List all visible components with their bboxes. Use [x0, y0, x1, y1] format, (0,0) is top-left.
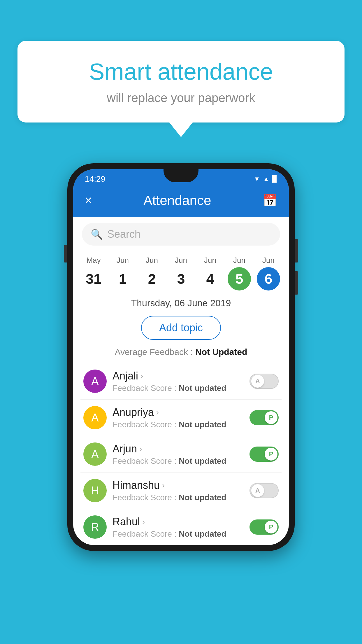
- cal-month-label: May: [86, 256, 101, 265]
- cal-date-number: 5: [228, 267, 251, 290]
- date-info: Thursday, 06 June 2019: [73, 290, 289, 312]
- student-item: HHimanshu ›Feedback Score : Not updatedA: [80, 472, 282, 509]
- toggle-knob: P: [265, 448, 277, 461]
- battery-icon: ▉: [272, 175, 277, 183]
- search-bar[interactable]: 🔍 Search: [82, 223, 280, 246]
- toggle-knob: P: [265, 521, 277, 533]
- student-name[interactable]: Rahul ›: [113, 516, 244, 528]
- student-item: AArjun ›Feedback Score : Not updatedP: [80, 436, 282, 472]
- student-feedback-score: Feedback Score : Not updated: [113, 493, 244, 502]
- search-input[interactable]: Search: [107, 228, 271, 240]
- attendance-toggle[interactable]: P: [249, 410, 279, 425]
- calendar-icon[interactable]: 📅: [263, 194, 277, 207]
- close-button[interactable]: ×: [85, 193, 92, 207]
- student-name[interactable]: Himanshu ›: [113, 479, 244, 491]
- cal-date-number: 1: [111, 267, 134, 290]
- chevron-right-icon: ›: [162, 481, 165, 490]
- phone-outer: 14:29 ▼ ▲ ▉ × Attendance 📅 🔍 Search Ma: [67, 163, 295, 551]
- search-icon: 🔍: [91, 228, 103, 240]
- cal-date-number: 2: [140, 267, 164, 290]
- student-feedback-score: Feedback Score : Not updated: [113, 529, 244, 539]
- calendar-day-2[interactable]: Jun2: [140, 256, 164, 290]
- add-topic-container: Add topic: [73, 312, 289, 344]
- chevron-right-icon: ›: [139, 444, 142, 454]
- cal-date-number: 4: [198, 267, 222, 290]
- cal-date-number: 6: [257, 267, 280, 290]
- speech-bubble-arrow: [169, 123, 193, 137]
- toggle-knob: P: [265, 411, 277, 424]
- wifi-icon: ▼: [254, 175, 260, 183]
- student-info: Himanshu ›Feedback Score : Not updated: [113, 479, 244, 502]
- phone-mockup: 14:29 ▼ ▲ ▉ × Attendance 📅 🔍 Search Ma: [67, 163, 295, 551]
- attendance-toggle[interactable]: P: [249, 519, 279, 535]
- student-avatar: H: [83, 479, 107, 502]
- volume-down-button: [295, 271, 298, 295]
- cal-month-label: Jun: [175, 256, 187, 265]
- chevron-right-icon: ›: [140, 371, 143, 381]
- app-header: × Attendance 📅: [73, 187, 289, 217]
- calendar-day-5[interactable]: Jun5: [227, 256, 252, 290]
- selected-date-label: Thursday, 06 June 2019: [131, 298, 231, 308]
- student-avatar: A: [83, 370, 107, 393]
- page-title: Attendance: [143, 192, 211, 208]
- volume-up-button: [295, 239, 298, 262]
- student-info: Anjali ›Feedback Score : Not updated: [113, 370, 244, 393]
- calendar-day-3[interactable]: Jun3: [169, 256, 194, 290]
- student-name[interactable]: Arjun ›: [113, 443, 244, 455]
- speech-bubble-title: Smart attendance: [41, 58, 321, 85]
- student-avatar: R: [83, 515, 107, 539]
- chevron-right-icon: ›: [142, 517, 145, 526]
- status-icons: ▼ ▲ ▉: [254, 175, 277, 183]
- student-feedback-score: Feedback Score : Not updated: [113, 420, 244, 429]
- calendar-week-row: May31Jun1Jun2Jun3Jun4Jun5Jun6: [73, 251, 289, 290]
- add-topic-button[interactable]: Add topic: [141, 316, 221, 340]
- calendar-day-0[interactable]: May31: [81, 256, 106, 290]
- speech-bubble-subtitle: will replace your paperwork: [41, 91, 321, 105]
- cal-date-number: 3: [169, 267, 193, 290]
- speech-bubble: Smart attendance will replace your paper…: [17, 41, 345, 123]
- toggle-knob: A: [251, 375, 264, 388]
- toggle-knob: A: [251, 484, 264, 497]
- attendance-toggle[interactable]: P: [249, 447, 279, 462]
- power-button: [64, 245, 67, 262]
- speech-bubble-container: Smart attendance will replace your paper…: [17, 41, 345, 137]
- cal-month-label: Jun: [117, 256, 129, 265]
- student-info: Anupriya ›Feedback Score : Not updated: [113, 406, 244, 429]
- student-info: Rahul ›Feedback Score : Not updated: [113, 516, 244, 539]
- cal-month-label: Jun: [233, 256, 245, 265]
- avg-feedback-label: Average Feedback : Not Updated: [115, 347, 247, 357]
- student-name[interactable]: Anjali ›: [113, 370, 244, 382]
- status-time: 14:29: [85, 174, 105, 184]
- average-feedback: Average Feedback : Not Updated: [73, 344, 289, 363]
- cal-month-label: Jun: [262, 256, 275, 265]
- student-avatar: A: [83, 406, 107, 429]
- student-avatar: A: [83, 442, 107, 466]
- student-info: Arjun ›Feedback Score : Not updated: [113, 443, 244, 466]
- attendance-toggle[interactable]: A: [249, 483, 279, 498]
- calendar-day-4[interactable]: Jun4: [198, 256, 223, 290]
- chevron-right-icon: ›: [156, 408, 159, 417]
- student-item: AAnjali ›Feedback Score : Not updatedA: [80, 363, 282, 399]
- calendar-day-6[interactable]: Jun6: [256, 256, 281, 290]
- student-feedback-score: Feedback Score : Not updated: [113, 456, 244, 466]
- signal-icon: ▲: [263, 175, 269, 183]
- cal-date-number: 31: [82, 267, 105, 290]
- cal-month-label: Jun: [204, 256, 216, 265]
- cal-month-label: Jun: [146, 256, 158, 265]
- phone-screen: 14:29 ▼ ▲ ▉ × Attendance 📅 🔍 Search Ma: [73, 169, 289, 545]
- attendance-toggle[interactable]: A: [249, 374, 279, 389]
- student-list: AAnjali ›Feedback Score : Not updatedAAA…: [73, 363, 289, 545]
- student-item: RRahul ›Feedback Score : Not updatedP: [80, 509, 282, 545]
- calendar-day-1[interactable]: Jun1: [110, 256, 135, 290]
- student-item: AAnupriya ›Feedback Score : Not updatedP: [80, 399, 282, 436]
- camera-notch: [164, 169, 198, 182]
- student-name[interactable]: Anupriya ›: [113, 406, 244, 419]
- student-feedback-score: Feedback Score : Not updated: [113, 384, 244, 393]
